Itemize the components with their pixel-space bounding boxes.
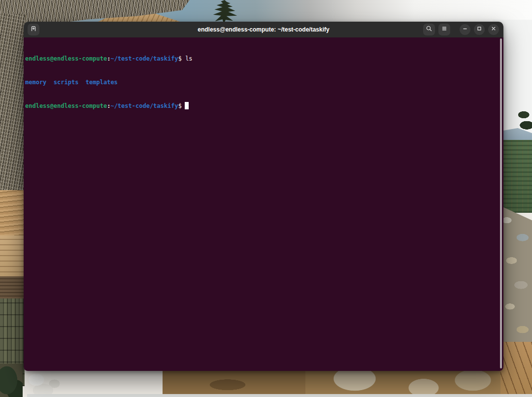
- prompt-path: ~/test-code/taskify: [110, 102, 178, 109]
- wallpaper-plank-left: [0, 235, 25, 278]
- search-icon: [425, 25, 433, 34]
- prompt-user-host: endless@endless-compute: [25, 102, 107, 109]
- titlebar[interactable]: endless@endless-compute: ~/test-code/tas…: [24, 22, 503, 37]
- prompt-symbol: $: [178, 55, 182, 62]
- wallpaper-dirt-bottom: [163, 366, 325, 397]
- directory-entry: templates: [86, 79, 118, 86]
- wallpaper-stones-bottom: [305, 366, 502, 397]
- prompt-user-host: endless@endless-compute: [25, 55, 107, 62]
- maximize-icon: [475, 25, 483, 34]
- prompt-path: ~/test-code/taskify: [110, 55, 178, 62]
- wallpaper-log-left: [0, 276, 25, 300]
- desktop: endless@endless-compute: ~/test-code/tas…: [0, 0, 532, 397]
- terminal-line: endless@endless-compute:~/test-code/task…: [25, 55, 503, 63]
- menu-button[interactable]: [438, 24, 450, 35]
- close-button[interactable]: [488, 24, 499, 35]
- wallpaper-forest-right: [500, 140, 532, 213]
- new-tab-icon: [30, 25, 37, 34]
- wallpaper-bottom-light-strip: [27, 394, 532, 397]
- typed-command: ls: [185, 55, 192, 62]
- wallpaper-foliage-bottom-left: [0, 364, 23, 397]
- terminal-line: memoryscriptstemplates: [25, 78, 503, 86]
- minimize-icon: [461, 25, 469, 34]
- wallpaper-shingles-left: [0, 190, 25, 237]
- terminal-window: endless@endless-compute: ~/test-code/tas…: [24, 22, 503, 371]
- terminal-output[interactable]: endless@endless-compute:~/test-code/task…: [24, 37, 503, 371]
- directory-entry: memory: [25, 79, 46, 86]
- new-tab-button[interactable]: [28, 24, 39, 35]
- wallpaper-white-object: [23, 370, 68, 397]
- terminal-line: endless@endless-compute:~/test-code/task…: [25, 102, 503, 110]
- minimize-button[interactable]: [460, 24, 470, 35]
- search-button[interactable]: [423, 24, 435, 35]
- terminal-cursor: [185, 102, 189, 109]
- directory-entry: scripts: [54, 79, 79, 86]
- wallpaper-wood-right: [500, 342, 532, 397]
- wallpaper-twig-pile-left: [0, 14, 25, 192]
- prompt-symbol: $: [178, 102, 182, 109]
- scrollbar[interactable]: [500, 38, 502, 368]
- close-icon: [490, 25, 498, 34]
- maximize-button[interactable]: [474, 24, 485, 35]
- wallpaper-rocks-right: [500, 206, 532, 350]
- hamburger-menu-icon: [440, 25, 448, 34]
